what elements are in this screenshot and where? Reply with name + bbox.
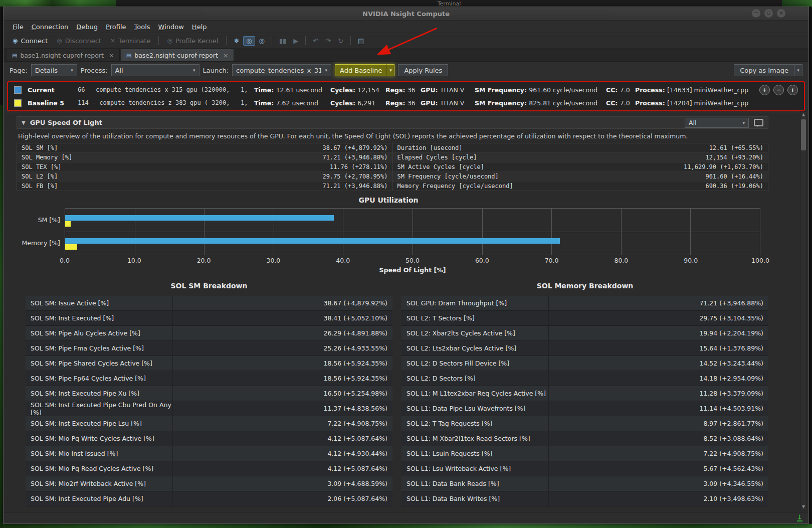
breakdown-row[interactable]: SOL L1: Data Bank Reads [%]3.09 (+4,346.…: [401, 476, 768, 491]
breakdown-row[interactable]: SOL GPU: Dram Throughput [%]71.21 (+3,94…: [401, 296, 768, 311]
add-baseline-dropdown-button[interactable]: ▾: [386, 64, 394, 76]
section-header-gpu-speed-of-light[interactable]: ▼ GPU Speed Of Light All ▾: [17, 116, 768, 129]
copy-as-image-dropdown-button[interactable]: ▾: [794, 64, 802, 76]
menu-item-file[interactable]: File: [9, 22, 28, 32]
title-bar[interactable]: NVIDIA Nsight Compute −▫×: [4, 7, 808, 21]
metric-row[interactable]: SM Frequency [cycle/usecond]961.60 (+16.…: [393, 172, 768, 182]
undo-icon[interactable]: ↶: [310, 36, 321, 46]
metric-row[interactable]: SOL SM [%]38.67 (+4,879.92%): [17, 143, 392, 153]
menu-item-tools[interactable]: Tools: [130, 22, 154, 32]
breakdown-row[interactable]: SOL L2: T Tag Requests [%]8.97 (+2,861.7…: [401, 416, 768, 431]
freeze-api-icon[interactable]: ❄: [231, 36, 242, 46]
breakdown-row[interactable]: SOL SM: Pipe Shared Cycles Active [%]18.…: [26, 356, 392, 371]
menu-item-window[interactable]: Window: [154, 22, 188, 32]
baseline-stat: CC: 7.0: [606, 99, 635, 107]
pause-icon[interactable]: ▮▮: [276, 36, 289, 46]
breakdown-row[interactable]: SOL L2: D Sectors [%]14.18 (+2,954.09%): [401, 371, 768, 386]
report-document-icon: ▤: [126, 52, 131, 59]
page-select[interactable]: Details ▾: [31, 64, 77, 76]
tab-base1.nsight-cuprof-report[interactable]: ▤base1.nsight-cuprof-report×: [7, 49, 120, 61]
profile-series-icon[interactable]: ◎: [256, 36, 268, 46]
menu-item-debug[interactable]: Debug: [72, 22, 102, 32]
connect-button[interactable]: ◉Connect: [9, 36, 52, 46]
breakdown-row-value: 29.75 (+3,104.35%): [548, 311, 768, 325]
metric-row[interactable]: SOL TEX [%]11.76 (+278.11%): [17, 162, 392, 172]
metric-row[interactable]: Elapsed Cycles [cycle]12,154 (+93.20%): [393, 153, 768, 162]
chart-tick-label: 60.0: [475, 257, 489, 264]
breakdown-row[interactable]: SOL SM: Mio Inst Issued [%]4.12 (+4,930.…: [26, 446, 392, 461]
chart-tick-label: 10.0: [127, 257, 141, 264]
breakdown-row[interactable]: SOL SM: Mio Pq Write Cycles Active [%]4.…: [26, 431, 392, 446]
download-icon[interactable]: ↓: [797, 514, 802, 521]
metric-row[interactable]: Duration [usecond]12.61 (+65.55%): [393, 143, 768, 153]
breakdown-row[interactable]: SOL L1: Data Bank Writes [%]2.10 (+3,498…: [401, 491, 768, 506]
vertical-scrollbar[interactable]: ▲ ▼: [800, 111, 807, 510]
breakdown-row[interactable]: SOL L1: Lsuin Requests [%]7.22 (+4,908.7…: [401, 446, 768, 461]
breakdown-row[interactable]: SOL SM: Inst Executed Pipe Adu [%]2.06 (…: [26, 491, 392, 506]
breakdown-row[interactable]: SOL SM: Pipe Alu Cycles Active [%]26.29 …: [26, 326, 392, 341]
menu-item-connection[interactable]: Connection: [28, 22, 73, 32]
window-controls: −▫×: [752, 9, 785, 18]
add-baseline-button[interactable]: Add Baseline: [335, 64, 386, 76]
breakdown-title: SOL SM Breakdown: [26, 282, 392, 290]
breakdown-row[interactable]: SOL SM: Issue Active [%]38.67 (+4,879.92…: [26, 296, 392, 311]
breakdown-row[interactable]: SOL SM: Inst Executed Pipe Lsu [%]7.22 (…: [26, 416, 392, 431]
baseline-color-swatch[interactable]: [14, 86, 22, 94]
menu-item-profile[interactable]: Profile: [102, 22, 130, 32]
baseline-row[interactable]: Baseline 5114 - compute_tendencies_z_383…: [8, 96, 804, 109]
redo-icon[interactable]: ↷: [322, 36, 334, 46]
breakdown-row[interactable]: SOL SM: Inst Executed [%]38.41 (+5,052.1…: [26, 311, 392, 326]
breakdown-row[interactable]: SOL L1: Data Pipe Lsu Wavefronts [%]11.1…: [401, 401, 768, 416]
breakdown-row[interactable]: SOL SM: Inst Executed Pipe Xu [%]16.50 (…: [26, 386, 392, 401]
breakdown-row[interactable]: SOL SM: Mio Pq Read Cycles Active [%]4.1…: [26, 461, 392, 476]
window-minimize-button[interactable]: −: [752, 9, 760, 18]
tab-close-icon[interactable]: ×: [109, 52, 114, 59]
terminate-button[interactable]: ×Terminate: [106, 36, 155, 46]
breakdown-row[interactable]: SOL L2: Xbar2lts Cycles Active [%]19.94 …: [401, 326, 768, 341]
redo-all-icon[interactable]: ↻: [335, 36, 346, 46]
log-icon[interactable]: ▤: [355, 36, 367, 46]
baseline-color-swatch[interactable]: [14, 99, 22, 107]
minus-circle-button[interactable]: −: [773, 85, 784, 95]
tab-close-icon[interactable]: ×: [223, 52, 229, 59]
breakdown-row[interactable]: SOL L1: Lsu Writeback Active [%]5.67 (+4…: [401, 461, 768, 476]
plus-circle-button[interactable]: +: [759, 85, 770, 95]
breakdown-row-value: 4.12 (+5,087.64%): [172, 461, 392, 476]
scrollbar-thumb[interactable]: [801, 119, 806, 150]
chart-tick-label: 70.0: [545, 257, 559, 264]
baseline-row[interactable]: Current66 - compute_tendencies_x_315_gpu…: [8, 83, 804, 96]
breakdown-row[interactable]: SOL SM: Pipe Fma Cycles Active [%]25.26 …: [26, 341, 392, 356]
breakdown-row[interactable]: SOL L2: D Sectors Fill Device [%]14.52 (…: [401, 356, 768, 371]
copy-as-image-button[interactable]: Copy as Image: [734, 64, 794, 76]
breakdown-row[interactable]: SOL L2: T Sectors [%]29.75 (+3,104.35%): [401, 311, 768, 326]
scroll-up-icon[interactable]: ▲: [802, 112, 805, 118]
apply-rules-button[interactable]: Apply Rules: [398, 64, 448, 76]
metric-row[interactable]: SOL FB [%]71.21 (+3,946.88%): [17, 182, 392, 191]
process-select[interactable]: All ▾: [111, 64, 199, 76]
profile-kernel-button[interactable]: ◎Profile Kernel: [163, 36, 222, 46]
metric-row[interactable]: Memory Frequency [cycle/usecond]690.36 (…: [393, 182, 768, 191]
window-close-button[interactable]: ×: [777, 9, 785, 18]
comment-bubble-icon[interactable]: [754, 119, 763, 126]
tab-base2.nsight-cuprof-report[interactable]: ▤base2.nsight-cuprof-report×: [121, 49, 234, 61]
info-circle-button[interactable]: i: [787, 85, 798, 95]
breakdown-row[interactable]: SOL L2: Lts2xbar Cycles Active [%]15.64 …: [401, 341, 768, 356]
breakdown-row[interactable]: SOL SM: Inst Executed Pipe Cbu Pred On A…: [26, 401, 392, 416]
metric-row[interactable]: SM Active Cycles [cycle]11,629.90 (+1,67…: [393, 162, 768, 172]
launch-select[interactable]: compute_tendencies_x_315_gpu ▾: [232, 64, 331, 76]
scroll-down-icon[interactable]: ▼: [802, 504, 805, 510]
breakdown-row[interactable]: SOL L1: M L1tex2xbar Req Cycles Active […: [401, 386, 768, 401]
breakdown-row[interactable]: SOL SM: Mio2rf Writeback Active [%]3.09 …: [26, 476, 392, 491]
breakdown-rows: SOL SM: Issue Active [%]38.67 (+4,879.92…: [26, 296, 392, 506]
profile-toggle-icon[interactable]: ◎: [243, 36, 255, 46]
resume-icon[interactable]: ▶: [290, 36, 301, 46]
metric-row[interactable]: SOL Memory [%]71.21 (+3,946.88%): [17, 153, 392, 162]
section-filter-select[interactable]: All ▾: [685, 118, 749, 128]
window-maximize-button[interactable]: ▫: [764, 9, 773, 18]
collapse-arrow-icon[interactable]: ▼: [22, 120, 26, 125]
disconnect-button[interactable]: ◎Disconnect: [53, 36, 105, 46]
metric-row[interactable]: SOL L2 [%]29.75 (+2,708.95%): [17, 172, 392, 182]
breakdown-row[interactable]: SOL L1: M Xbar2l1tex Read Sectors [%]8.5…: [401, 431, 768, 446]
breakdown-row[interactable]: SOL SM: Pipe Fp64 Cycles Active [%]18.56…: [26, 371, 392, 386]
menu-item-help[interactable]: Help: [188, 22, 211, 32]
